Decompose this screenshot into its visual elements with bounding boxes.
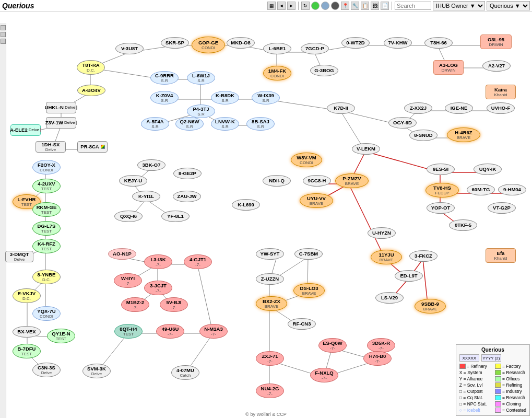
- node-A-ELE2[interactable]: A-ELE2 Delve: [10, 124, 41, 136]
- sidebar-icon-3[interactable]: [1, 39, 6, 44]
- node-3-FKCZ[interactable]: 3-FKCZ: [409, 250, 438, 262]
- circle-icon1[interactable]: [311, 2, 320, 10]
- node-W-IIYI[interactable]: W-IIYI -7-: [114, 273, 142, 288]
- node-11YJU[interactable]: 11YJU BRAVE: [371, 250, 402, 264]
- node-V-LEKM[interactable]: V-LEKM: [352, 143, 380, 155]
- node-T8T-RA[interactable]: T8T-RA D.C.: [77, 60, 105, 75]
- node-ES-Q0W[interactable]: ES-Q0W -7-: [318, 338, 347, 353]
- node-K-Z0V4[interactable]: K-Z0V4 S.R: [150, 91, 179, 104]
- node-Q2-N6W[interactable]: Q2-N6W S.R: [175, 117, 204, 131]
- node-A-BO4V[interactable]: A-BO4V: [77, 85, 105, 96]
- node-7V-KHW[interactable]: 7V-KHW: [384, 37, 412, 49]
- node-UQY-IK[interactable]: UQY-IK: [474, 164, 502, 175]
- refresh-icon[interactable]: ↻: [301, 2, 310, 10]
- node-VT-G2P[interactable]: VT-G2P: [488, 202, 516, 214]
- node-DG-L7S[interactable]: DG-L7S TEST: [32, 221, 61, 236]
- node-L-6W1J[interactable]: L-6W1J S.R: [187, 71, 215, 85]
- node-ED-L9T[interactable]: ED-L9T: [395, 270, 423, 282]
- node-9-HM04[interactable]: 9-HM04: [498, 184, 526, 195]
- sidebar-icon-1[interactable]: [1, 25, 6, 30]
- node-8-YNBE[interactable]: 8-YNBE D.C.: [32, 270, 61, 284]
- node-P-ZMZV[interactable]: P-ZMZV BRAVE: [335, 173, 369, 188]
- node-W8V-VM[interactable]: W8V-VM CONDI: [291, 153, 322, 167]
- node-49-U6U[interactable]: 49-U6U -7-: [156, 324, 184, 339]
- node-BX-VEX[interactable]: BX-VEX: [13, 326, 41, 338]
- node-B-7DFU[interactable]: B-7DFU TEST: [13, 344, 41, 358]
- node-K4-RFZ[interactable]: K4-RFZ TEST: [32, 239, 61, 253]
- node-DS-LO3[interactable]: DS-LO3 BRAVE: [293, 283, 325, 298]
- node-4-2UXV[interactable]: 4-2UXV TEST: [32, 179, 61, 193]
- node-BX2-ZX[interactable]: BX2-ZX BRAVE: [256, 296, 287, 311]
- node-A3-LOG[interactable]: A3-LOG DRWIN: [433, 60, 464, 75]
- node-AO-N1P[interactable]: AO-N1P: [108, 248, 136, 260]
- node-3BK-O7[interactable]: 3BK-O7: [137, 159, 165, 171]
- node-W-IX39[interactable]: W-IX39 S.R: [252, 91, 280, 104]
- node-F-NXLQ[interactable]: F-NXLQ -7-: [310, 368, 338, 382]
- doc-icon[interactable]: 📋: [361, 2, 369, 10]
- node-V-3U8T[interactable]: V-3U8T: [115, 43, 144, 54]
- node-1DH-SX[interactable]: 1DH-SX Delve: [36, 141, 66, 153]
- node-9CG8-H[interactable]: 9CG8-H: [303, 175, 331, 187]
- node-LS-V29[interactable]: LS-V29: [375, 292, 404, 304]
- next-icon[interactable]: ►: [287, 2, 295, 10]
- node-ZAU-JW[interactable]: ZAU-JW: [173, 191, 201, 202]
- node-3-DMQT[interactable]: 3-DMQT Delve: [5, 251, 33, 262]
- sidebar-icon-2[interactable]: [1, 32, 6, 37]
- node-QY1E-N[interactable]: QY1E-N TEST: [47, 329, 75, 343]
- node-NDII-Q[interactable]: NDII-Q: [263, 175, 291, 187]
- node-Z3V-1W[interactable]: Z3V-1W Delve: [46, 117, 76, 129]
- node-YW-SYT[interactable]: YW-SYT: [256, 248, 284, 260]
- prev-icon[interactable]: ◄: [277, 2, 286, 10]
- pin-icon[interactable]: 📍: [341, 2, 349, 10]
- ihub-select[interactable]: IHUB Owner ▼: [433, 1, 485, 10]
- node-C3N-3S[interactable]: C3N-3S Delve: [32, 363, 61, 377]
- node-RKM-GE[interactable]: RKM-GE TEST: [32, 202, 61, 217]
- node-F2OY-X[interactable]: F2OY-X CONDI: [32, 160, 61, 175]
- node-C-7SBM[interactable]: C-7SBM: [294, 248, 323, 260]
- search-input[interactable]: [395, 2, 431, 10]
- node-K-YI1L[interactable]: K-YI1L: [132, 191, 160, 202]
- node-60M-TG[interactable]: 60M-TG: [467, 184, 495, 195]
- node-E-VKJV[interactable]: E-VKJV D.C.: [13, 288, 41, 303]
- node-A-5F4A[interactable]: A-5F4A S.R: [141, 117, 169, 131]
- node-U-HYZN[interactable]: U-HYZN: [368, 227, 396, 239]
- node-PR-8CA[interactable]: PR-8CA: [77, 141, 108, 153]
- node-MKD-O8[interactable]: MKD-O8: [227, 37, 255, 49]
- node-UVHO-F[interactable]: UVHO-F: [487, 102, 515, 114]
- node-LNVW-K[interactable]: LNVW-K S.R: [211, 117, 239, 131]
- img-icon[interactable]: 🖼: [371, 2, 379, 10]
- node-A2-V27[interactable]: A2-V27: [482, 60, 511, 72]
- node-SVM-3K[interactable]: SVM-3K Delve: [82, 364, 111, 378]
- node-RF-CN3[interactable]: RF-CN3: [288, 318, 316, 330]
- node-ZXJ-71[interactable]: ZXJ-71 -7-: [256, 351, 284, 366]
- node-Z-XX2J[interactable]: Z-XX2J: [404, 102, 432, 114]
- node-3-JCJT[interactable]: 3-JCJT -7-: [144, 281, 172, 295]
- node-Kaira[interactable]: Kaira Khanid: [486, 85, 516, 99]
- circle-icon2[interactable]: [321, 2, 329, 10]
- node-KEJY-U[interactable]: KEJY-U: [119, 175, 147, 187]
- node-H74-B0[interactable]: H74-B0 -7-: [363, 351, 392, 366]
- node-L-6BE1[interactable]: L-6BE1: [263, 43, 291, 54]
- node-UHKL-N[interactable]: UHKL-N Delve: [46, 102, 76, 113]
- node-YF-8L1[interactable]: YF-8L1: [161, 211, 190, 222]
- querious-select[interactable]: Querious ▼: [487, 1, 530, 10]
- node-GOP-GE[interactable]: GOP-GE CONDI: [192, 37, 225, 53]
- node-Efa[interactable]: Efa Khanid: [486, 248, 516, 263]
- node-G-3BOG[interactable]: G-3BOG: [310, 65, 338, 76]
- node-K7D-II[interactable]: K7D-II: [327, 102, 355, 114]
- circle-icon3[interactable]: [331, 2, 339, 10]
- node-P4-3TJ[interactable]: P4-3TJ S.R: [187, 104, 215, 118]
- node-YQX-7U[interactable]: YQX-7U CONDI: [32, 306, 61, 321]
- node-0-WT2D[interactable]: 0-WT2D: [341, 37, 370, 49]
- node-9ES-SI[interactable]: 9ES-SI: [427, 164, 455, 175]
- node-UYU-VV[interactable]: UYU-VV BRAVE: [300, 193, 333, 208]
- node-8-GE2P[interactable]: 8-GE2P: [173, 168, 202, 179]
- node-M1BZ-2[interactable]: M1BZ-2 -7-: [121, 297, 149, 312]
- node-8-SNUD[interactable]: 8-SNUD: [409, 130, 438, 141]
- node-TV8-HS[interactable]: TV8-HS FEDUP: [425, 183, 459, 198]
- node-4-GJT1[interactable]: 4-GJT1 -7-: [184, 254, 212, 269]
- node-H-4R6Z[interactable]: H-4R6Z BRAVE: [447, 127, 480, 142]
- node-8QT-H4[interactable]: 8QT-H4 TEST: [114, 324, 143, 339]
- node-YOP-OT[interactable]: YOP-OT: [427, 202, 455, 214]
- node-K-B8DK[interactable]: K-B8DK S.R: [211, 91, 239, 104]
